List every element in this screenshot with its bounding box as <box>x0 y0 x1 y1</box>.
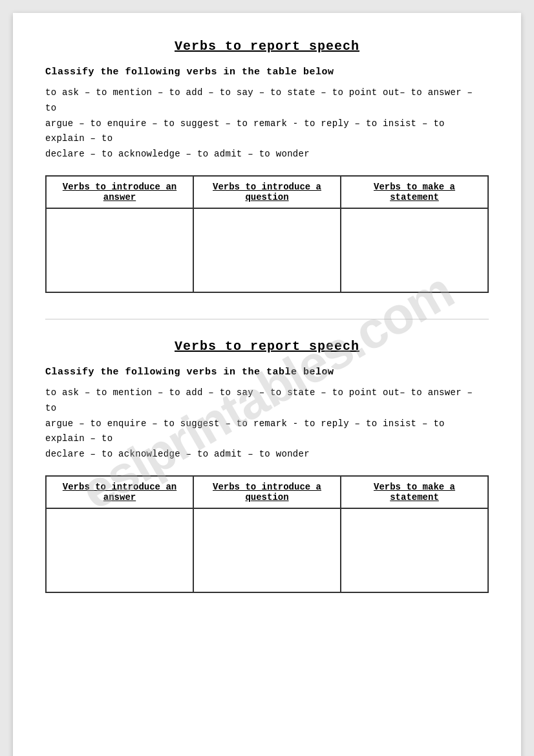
page-divider <box>45 319 489 319</box>
section-2: Verbs to report speech Classify the foll… <box>45 339 489 593</box>
page: eslprintables.com Verbs to report speech… <box>13 13 521 756</box>
section1-col2-header: Verbs to introduce a question <box>193 176 341 208</box>
section1-col1-cell <box>46 208 193 292</box>
section2-verbs-line1: to ask – to mention – to add – to say – … <box>45 387 473 413</box>
section2-col2-header: Verbs to introduce a question <box>193 476 341 508</box>
section2-table-body-row <box>46 508 488 592</box>
section1-title: Verbs to report speech <box>45 39 489 54</box>
section2-title: Verbs to report speech <box>45 339 489 354</box>
section1-col3-cell <box>341 208 488 292</box>
section1-col2-cell <box>193 208 341 292</box>
section1-table: Verbs to introduce an answer Verbs to in… <box>45 175 489 293</box>
section1-col1-header: Verbs to introduce an answer <box>46 176 193 208</box>
section2-verbs-line3: declare – to acknowledge – to admit – to… <box>45 449 310 459</box>
section1-table-body-row <box>46 208 488 292</box>
section1-subtitle: Classify the following verbs in the tabl… <box>45 67 489 78</box>
section2-subtitle: Classify the following verbs in the tabl… <box>45 367 489 378</box>
section2-table-header-row: Verbs to introduce an answer Verbs to in… <box>46 476 488 508</box>
section-1: Verbs to report speech Classify the foll… <box>45 39 489 293</box>
section2-col1-cell <box>46 508 193 592</box>
section1-verbs-line2: argue – to enquire – to suggest – to rem… <box>45 118 445 144</box>
section1-table-header-row: Verbs to introduce an answer Verbs to in… <box>46 176 488 208</box>
section1-verbs-line1: to ask – to mention – to add – to say – … <box>45 87 473 113</box>
section2-col1-header: Verbs to introduce an answer <box>46 476 193 508</box>
section1-col3-header: Verbs to make a statement <box>341 176 488 208</box>
section2-verbs-list: to ask – to mention – to add – to say – … <box>45 385 489 462</box>
section2-col3-header: Verbs to make a statement <box>341 476 488 508</box>
section1-verbs-line3: declare – to acknowledge – to admit – to… <box>45 149 310 159</box>
section2-col2-cell <box>193 508 341 592</box>
section2-table: Verbs to introduce an answer Verbs to in… <box>45 475 489 593</box>
section2-verbs-line2: argue – to enquire – to suggest – to rem… <box>45 418 445 444</box>
section2-col3-cell <box>341 508 488 592</box>
section1-verbs-list: to ask – to mention – to add – to say – … <box>45 85 489 162</box>
